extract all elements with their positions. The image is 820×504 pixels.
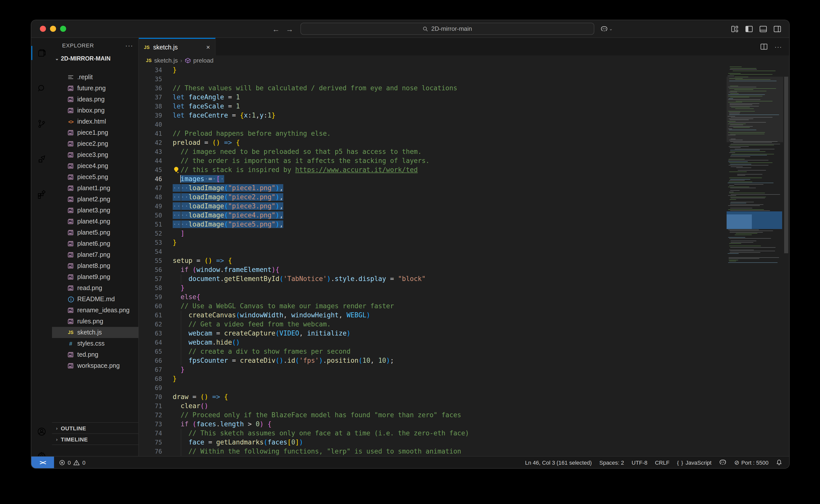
file-row-sketch.js[interactable]: JSsketch.js — [52, 327, 138, 338]
file-row-planet6.png[interactable]: planet6.png — [52, 238, 138, 249]
code-line-52[interactable]: ] — [173, 229, 696, 238]
activity-bar-item-run-debug[interactable] — [31, 149, 52, 169]
code-line-61[interactable]: createCanvas(windowWidth, windowHeight, … — [173, 311, 696, 320]
file-row-.replit[interactable]: .replit — [52, 72, 138, 83]
status-copilot[interactable] — [719, 459, 727, 466]
code-line-63[interactable]: webcam = createCapture(VIDEO, initialize… — [173, 329, 696, 338]
minimap[interactable] — [727, 66, 783, 456]
breadcrumb-file[interactable]: sketch.js — [154, 57, 178, 64]
file-row-planet7.png[interactable]: planet7.png — [52, 249, 138, 260]
status-indentation[interactable]: Spaces: 2 — [599, 459, 624, 465]
file-row-rules.png[interactable]: rules.png — [52, 316, 138, 327]
code-line-68[interactable]: } — [173, 374, 696, 383]
code-line-38[interactable]: let faceScale = 1 — [173, 102, 696, 111]
code-line-46[interactable]: images·=·[· — [173, 175, 696, 184]
status-cursor-position[interactable]: Ln 46, Col 3 (161 selected) — [525, 459, 592, 465]
code-line-51[interactable]: ····loadImage("piece5.png"), — [173, 220, 696, 229]
forward-icon[interactable]: → — [286, 24, 293, 33]
code-line-60[interactable]: // Use a WebGL Canvas to make our images… — [173, 302, 696, 311]
code-line-66[interactable]: fpsCounter = createDiv().id('fps').posit… — [173, 356, 696, 365]
code-line-69[interactable] — [173, 383, 696, 393]
remote-indicator[interactable]: >< — [31, 456, 54, 468]
file-row-README.md[interactable]: README.md — [52, 294, 138, 305]
file-row-workspace.png[interactable]: workspace.png — [52, 360, 138, 371]
file-row-index.html[interactable]: <>index.html — [52, 116, 138, 127]
code-line-39[interactable]: let faceCentre = {x:1,y:1} — [173, 111, 696, 120]
code-line-54[interactable] — [173, 247, 696, 256]
split-editor-icon[interactable] — [760, 43, 768, 50]
minimize-window-button[interactable] — [50, 26, 56, 32]
code-line-74[interactable]: // This sketch assumes only one face at … — [173, 429, 696, 438]
comment-link[interactable]: https://www.accurat.it/work/ted — [295, 166, 418, 174]
activity-bar-item-extensions[interactable] — [31, 184, 52, 204]
file-row-rename_ideas.png[interactable]: rename_ideas.png — [52, 305, 138, 316]
file-row-piece5.png[interactable]: piece5.png — [52, 172, 138, 183]
file-row-planet8.png[interactable]: planet8.png — [52, 260, 138, 271]
file-row-planet9.png[interactable]: planet9.png — [52, 271, 138, 283]
code-line-45[interactable]: // this stack is inspired by https://www… — [173, 165, 696, 175]
explorer-more-actions[interactable]: ··· — [125, 42, 133, 49]
code-line-34[interactable]: } — [173, 66, 696, 75]
code-line-53[interactable]: } — [173, 238, 696, 247]
command-center-search[interactable]: 2D-mirror-main — [301, 23, 594, 35]
code-viewport[interactable]: 3435363738394041424344454647484950515253… — [139, 66, 789, 456]
status-encoding[interactable]: UTF-8 — [632, 459, 647, 465]
file-row-piece4.png[interactable]: piece4.png — [52, 160, 138, 172]
file-row-planet1.png[interactable]: planet1.png — [52, 183, 138, 194]
status-notifications[interactable] — [776, 459, 782, 466]
file-row-planet2.png[interactable]: planet2.png — [52, 194, 138, 205]
tab-sketch-js[interactable]: JS sketch.js × — [139, 38, 216, 55]
code-line-36[interactable]: // These values will be calculated / der… — [173, 84, 696, 93]
back-icon[interactable]: ← — [272, 24, 280, 33]
code-line-56[interactable]: if (window.frameElement){ — [173, 265, 696, 274]
file-row-read.png[interactable]: read.png — [52, 283, 138, 294]
outline-section[interactable]: › OUTLINE — [52, 422, 138, 434]
maximize-window-button[interactable] — [60, 26, 66, 32]
file-row-planet3.png[interactable]: planet3.png — [52, 205, 138, 216]
code-line-75[interactable]: face = getLandmarks(faces[0]) — [173, 438, 696, 447]
code-line-72[interactable]: // Proceed only if the BlazeFace model h… — [173, 411, 696, 420]
code-line-59[interactable]: else{ — [173, 293, 696, 302]
code-line-67[interactable]: } — [173, 365, 696, 374]
code-line-55[interactable]: setup = () => { — [173, 256, 696, 265]
problems-status[interactable]: 0 0 — [59, 459, 86, 465]
file-row-ted.png[interactable]: ted.png — [52, 349, 138, 360]
activity-bar-item-source-control[interactable] — [31, 114, 52, 134]
activity-bar-item-search[interactable] — [31, 78, 52, 98]
close-icon[interactable]: × — [206, 43, 210, 51]
toggle-secondary-sidebar-icon[interactable] — [774, 25, 781, 32]
file-row-planet4.png[interactable]: planet4.png — [52, 216, 138, 227]
status-eol[interactable]: CRLF — [655, 459, 669, 465]
more-actions-icon[interactable]: ··· — [775, 43, 782, 50]
code-line-64[interactable]: webcam.hide() — [173, 338, 696, 347]
code-line-62[interactable]: // Get a video feed from the webcam. — [173, 320, 696, 329]
activity-bar-item-explorer[interactable] — [31, 43, 52, 63]
code-line-42[interactable]: preload = () => { — [173, 138, 696, 147]
file-row-ideas.png[interactable]: ideas.png — [52, 94, 138, 105]
file-row-future.png[interactable]: future.png — [52, 83, 138, 94]
copilot-menu[interactable]: ⌄ — [600, 25, 613, 32]
file-row-piece3.png[interactable]: piece3.png — [52, 149, 138, 160]
activity-bar-item-accounts[interactable] — [31, 421, 52, 441]
file-row-inbox.png[interactable]: inbox.png — [52, 105, 138, 116]
code-line-57[interactable]: document.getElementById('TabNotice').sty… — [173, 274, 696, 284]
code-line-41[interactable]: // Preload happens before anything else. — [173, 129, 696, 138]
code-line-50[interactable]: ····loadImage("piece4.png"), — [173, 211, 696, 220]
file-row-styles.css[interactable]: #styles.css — [52, 338, 138, 349]
code-line-40[interactable] — [173, 120, 696, 129]
timeline-section[interactable]: › TIMELINE — [52, 433, 138, 445]
file-row-piece1.png[interactable]: piece1.png — [52, 127, 138, 138]
code-line-70[interactable]: draw = () => { — [173, 393, 696, 402]
status-port[interactable]: ⊘Port : 5500 — [734, 459, 769, 466]
code-line-43[interactable]: // images need to be preloaded so that p… — [173, 147, 696, 156]
file-row-planet5.png[interactable]: planet5.png — [52, 227, 138, 238]
toggle-panel-icon[interactable] — [759, 25, 767, 32]
status-language[interactable]: { }JavaScript — [677, 459, 712, 465]
code-line-49[interactable]: ····loadImage("piece3.png"), — [173, 202, 696, 211]
close-window-button[interactable] — [40, 26, 46, 32]
editor-scrollbar[interactable] — [783, 66, 789, 456]
toggle-sidebar-icon[interactable] — [745, 25, 753, 32]
code-line-73[interactable]: if (faces.length > 0) { — [173, 420, 696, 429]
scrollbar-thumb[interactable] — [784, 77, 788, 253]
file-row-piece2.png[interactable]: piece2.png — [52, 138, 138, 149]
